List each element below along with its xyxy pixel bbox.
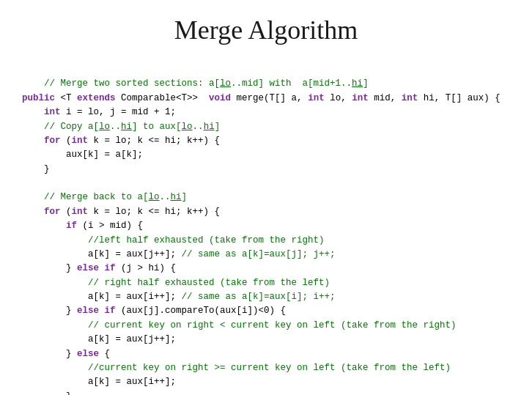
- comment-line1: // Merge two sorted sections: a[lo..mid]…: [44, 78, 369, 89]
- keyword-public: public: [22, 93, 55, 103]
- page-container: Merge Algorithm // Merge two sorted sect…: [0, 0, 532, 395]
- page-title: Merge Algorithm: [22, 15, 510, 45]
- code-block: // Merge two sorted sections: a[lo..mid]…: [22, 63, 510, 395]
